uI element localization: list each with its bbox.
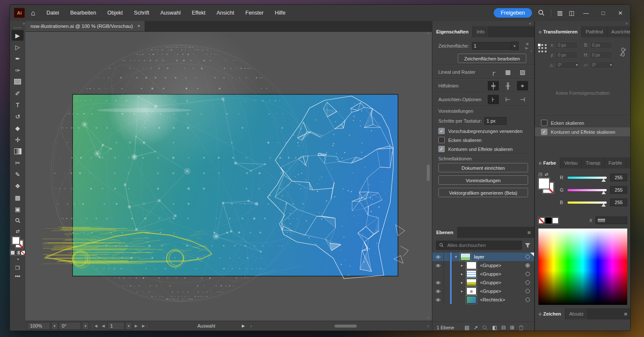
close-tab-icon[interactable]: ✕ xyxy=(137,24,141,28)
horizontal-scrollbar[interactable]: ‹ › xyxy=(249,323,430,328)
menu-item-ansicht[interactable]: Ansicht xyxy=(217,10,234,16)
target-circle-icon[interactable] xyxy=(526,289,530,293)
tab-verlau[interactable]: Verlau xyxy=(560,157,582,168)
scroll-left-icon[interactable]: ‹ xyxy=(249,323,253,328)
locate-object-icon[interactable] xyxy=(482,325,488,331)
scroll-right-icon[interactable]: › xyxy=(426,323,430,328)
edit-artboards-button[interactable]: Zeichenflächen bearbeiten xyxy=(458,54,526,63)
expand-chevron-icon[interactable]: ▸ xyxy=(459,289,465,293)
smart-guides-icon[interactable]: ⌖ xyxy=(517,81,528,90)
canvas[interactable]: ⌃ ⌄ xyxy=(25,31,432,321)
target-circle-icon[interactable] xyxy=(526,280,530,285)
prev-artboard-icon[interactable]: ◀ xyxy=(100,324,106,328)
tab-farbfe[interactable]: Farbfe xyxy=(605,157,626,168)
minimize-button[interactable]: — xyxy=(580,10,592,16)
menu-item-objekt[interactable]: Objekt xyxy=(107,10,123,16)
height-field[interactable] xyxy=(590,51,612,59)
fill-stroke-control[interactable] xyxy=(12,237,23,248)
dock-collapse-icon[interactable]: » xyxy=(432,21,534,26)
target-circle-icon[interactable] xyxy=(526,272,530,276)
vertical-scrollbar[interactable]: ⌃ ⌄ xyxy=(426,33,431,319)
checkbox-row[interactable]: ✓Konturen und Effekte skalieren xyxy=(432,144,534,153)
shaper-tool[interactable]: ✢ xyxy=(12,134,24,145)
lock-slot[interactable] xyxy=(444,278,450,287)
visibility-eye-icon[interactable] xyxy=(432,261,444,270)
rotation-value[interactable]: 0° xyxy=(59,322,81,330)
layers-search-box[interactable] xyxy=(436,241,522,250)
rectangle-tool[interactable] xyxy=(12,76,24,87)
draw-mode-icon[interactable]: ◔ xyxy=(12,255,24,264)
quick-action-button-1[interactable]: Voreinstellungen xyxy=(438,175,528,185)
none-mode-icon[interactable] xyxy=(21,250,25,255)
next-artboard-icon[interactable]: ▶ xyxy=(133,324,140,328)
last-artboard-icon[interactable]: ▶ xyxy=(140,324,147,328)
layers-search-input[interactable] xyxy=(447,242,519,248)
target-circle-icon[interactable] xyxy=(526,298,530,302)
lock-slot[interactable] xyxy=(444,287,450,295)
filter-icon[interactable] xyxy=(525,243,531,248)
slider-track-b[interactable] xyxy=(568,202,607,204)
gradient-tool[interactable] xyxy=(12,146,24,156)
panel-menu-icon[interactable]: ≡ xyxy=(524,227,534,238)
target-circle-icon[interactable] xyxy=(526,255,530,259)
panel-scroll-up-icon[interactable]: ⌃ xyxy=(529,50,533,54)
layer-thumbnail[interactable] xyxy=(466,296,477,304)
menu-item-effekt[interactable]: Effekt xyxy=(192,10,206,16)
artboard-canvas[interactable] xyxy=(25,32,427,321)
ruler-icon[interactable]: ┌ xyxy=(488,67,499,77)
layer-name[interactable]: <Gruppe> xyxy=(480,289,501,294)
white-swatch[interactable] xyxy=(552,217,559,224)
gradient-mode-icon[interactable] xyxy=(15,250,20,255)
expand-chevron-icon[interactable]: ▸ xyxy=(459,272,465,276)
hex-field[interactable] xyxy=(595,217,627,224)
tab-farbe[interactable]: ◇Farbe xyxy=(535,157,560,168)
tab-ausrichte[interactable]: Ausrichte xyxy=(608,26,631,37)
screen-mode-icon[interactable]: ❒ xyxy=(12,264,24,272)
none-swatch[interactable] xyxy=(538,217,545,224)
menu-item-datei[interactable]: Datei xyxy=(46,10,59,16)
layer-name[interactable]: <Gruppe> xyxy=(480,280,501,285)
grid-icon[interactable]: ▦ xyxy=(502,67,513,77)
align-selection-icon[interactable]: ⊦ xyxy=(488,95,499,104)
tab-info[interactable]: Info xyxy=(473,26,489,37)
slider-track-g[interactable] xyxy=(568,189,607,191)
menu-item-bearbeiten[interactable]: Bearbeiten xyxy=(70,10,96,16)
search-icon[interactable] xyxy=(538,9,545,16)
panel-menu-icon[interactable]: ≡ xyxy=(620,308,631,319)
scroll-down-icon[interactable]: ⌄ xyxy=(427,315,430,319)
fill-swatch[interactable] xyxy=(12,237,20,244)
black-swatch[interactable] xyxy=(545,217,552,224)
release-to-layers-icon[interactable]: ↗ xyxy=(474,325,478,331)
close-button[interactable]: ✕ xyxy=(615,10,626,16)
reference-point-grid[interactable] xyxy=(538,44,547,53)
layer-name[interactable]: <Gruppe> xyxy=(480,263,501,268)
x-field[interactable] xyxy=(556,42,578,49)
status-mode-label[interactable]: Auswahl xyxy=(197,323,216,328)
slider-value-field[interactable] xyxy=(610,174,627,181)
layer-row[interactable]: <Rechteck> xyxy=(432,295,534,304)
layer-thumbnail[interactable] xyxy=(466,270,477,278)
slider-thumb[interactable] xyxy=(601,178,606,182)
artboard-number[interactable]: 1 xyxy=(107,322,125,330)
checkbox-row[interactable]: Ecken skalieren xyxy=(535,118,631,127)
expand-chevron-icon[interactable]: ▸ xyxy=(459,280,465,285)
home-icon[interactable]: ⌂ xyxy=(31,9,35,17)
unlink-dimensions-icon[interactable] xyxy=(619,48,627,69)
tab-eigenschaften[interactable]: Eigenschaften xyxy=(432,26,473,37)
rotate-tool[interactable]: ↺ xyxy=(12,111,24,122)
artboard-select-value[interactable] xyxy=(472,42,511,50)
visibility-eye-icon[interactable] xyxy=(432,253,444,261)
toolbar-grip[interactable] xyxy=(14,27,21,28)
color-spectrum[interactable] xyxy=(538,229,627,305)
shape-builder-tool[interactable]: ▩ xyxy=(12,192,24,203)
layer-thumbnail[interactable] xyxy=(466,262,477,269)
visibility-eye-icon[interactable] xyxy=(432,287,444,295)
collect-for-export-icon[interactable]: ▤ xyxy=(465,325,469,331)
menu-item-hilfe[interactable]: Hilfe xyxy=(275,10,286,16)
delete-icon[interactable] xyxy=(519,325,524,331)
make-mask-icon[interactable]: ◧ xyxy=(492,325,497,331)
align-spacing-icon[interactable]: ⊣ xyxy=(517,95,528,104)
menu-item-schrift[interactable]: Schrift xyxy=(134,10,149,16)
checkbox[interactable] xyxy=(438,137,445,143)
quick-action-button-0[interactable]: Dokument einrichten xyxy=(438,163,528,172)
